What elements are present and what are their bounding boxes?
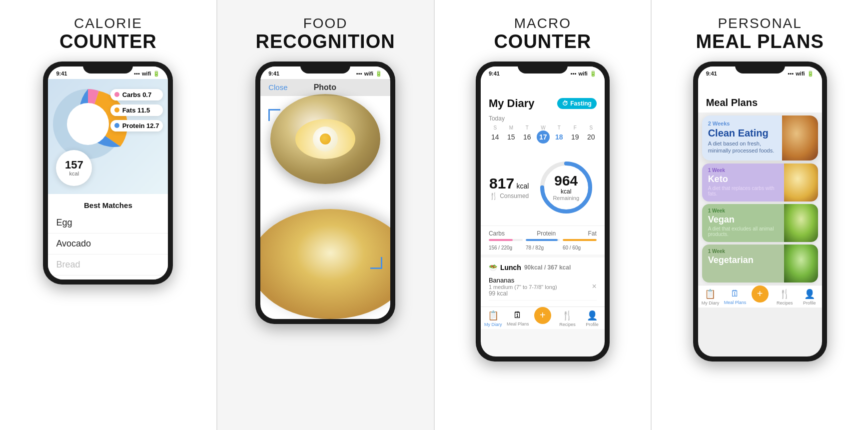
tab-bar-3: 📋 My Diary 🗓 Meal Plans + 🍴 Recipes 👤 Pr…	[481, 306, 605, 329]
diary-title-row: My Diary ⏱ Fasting	[489, 97, 597, 110]
tab-mealplans-3[interactable]: 🗓 Meal Plans	[505, 310, 530, 327]
protein-label: Protein 12.7	[122, 122, 159, 130]
cal-day-2: T 16	[521, 125, 534, 144]
banana-name: Bananas	[489, 276, 557, 284]
diary-tab-label: My Diary	[484, 322, 502, 327]
food-item-avocado[interactable]: Avocado	[48, 234, 168, 254]
phone-notch-3	[518, 62, 568, 74]
food-item-bread[interactable]: Bread	[48, 254, 168, 276]
fats-label: Fats 11.5	[122, 106, 150, 114]
lunch-section: 🥗 Lunch 90kcal / 367 kcal Bananas 1 medi…	[481, 258, 605, 306]
lunch-emoji: 🥗	[489, 264, 497, 272]
phone-frame-4: 9:41 ▪▪▪ wifi 🔋 Meal Plans 2 Weeks Clean…	[693, 62, 827, 362]
food-recognition-panel: FOOD RECOGNITION 9:41 ▪▪▪ wifi 🔋 Close P…	[217, 0, 434, 430]
egg-visual	[295, 119, 355, 159]
protein-fill	[526, 239, 558, 241]
food-image-top	[260, 94, 390, 184]
legend-protein: Protein 12.7	[110, 120, 163, 132]
clean-name: Clean Eating	[708, 128, 776, 139]
protein-track: 78 / 82g	[526, 239, 560, 250]
vegan-card[interactable]: 1 Week Vegan A diet that excludes all an…	[702, 204, 818, 242]
diary-title: My Diary	[489, 97, 535, 110]
chart-legend: Carbs 0.7 Fats 11.5 Protein 12.7	[110, 89, 163, 132]
vegetarian-card[interactable]: 1 Week Vegetarian	[702, 244, 818, 282]
close-btn[interactable]: Close	[268, 83, 287, 92]
tab-recipes-4[interactable]: 🍴 Recipes	[772, 288, 797, 306]
cal-day-6: S 20	[585, 125, 598, 144]
legend-carbs: Carbs 0.7	[110, 89, 163, 100]
tab-add-4[interactable]: +	[748, 288, 773, 306]
tab-diary-3[interactable]: 📋 My Diary	[481, 310, 506, 327]
status-icons-2: ▪▪▪ wifi 🔋	[356, 70, 382, 77]
protein-dot	[114, 123, 119, 128]
signal-3: ▪▪▪	[571, 70, 577, 76]
food-list: Best Matches Egg Avocado Bread	[48, 194, 168, 280]
kcal-unit: kcal	[69, 170, 79, 176]
calendar-row: S 14 M 15 T 16 W 17	[489, 125, 597, 144]
fat-fill	[563, 239, 597, 241]
keto-week-label: 1 Week	[708, 168, 778, 173]
tab-profile-3[interactable]: 👤 Profile	[580, 310, 605, 327]
consumed-unit: kcal	[517, 182, 529, 190]
banana-kcal: 99 kcal	[489, 290, 557, 297]
diary-tab-icon-4: 📋	[705, 288, 716, 300]
tab-diary-4[interactable]: 📋 My Diary	[698, 288, 723, 306]
cal-day-1: M 15	[505, 125, 518, 144]
food-item-egg[interactable]: Egg	[48, 212, 168, 234]
remove-icon[interactable]: ×	[592, 282, 597, 291]
panel4-title-light: PERSONAL	[718, 16, 802, 32]
clean-week-label: 2 Weeks	[708, 120, 776, 126]
keto-name: Keto	[708, 174, 778, 184]
fasting-icon: ⏱	[562, 100, 568, 107]
tab-profile-4[interactable]: 👤 Profile	[797, 288, 822, 306]
status-icons-4: ▪▪▪ wifi 🔋	[788, 70, 814, 77]
photo-title: Photo	[314, 83, 336, 92]
clean-eating-card[interactable]: 2 Weeks Clean Eating A diet based on fre…	[702, 116, 818, 160]
phone-screen-3: 9:41 ▪▪▪ wifi 🔋 My Diary ⏱ Fasting Today	[481, 66, 605, 356]
phone-frame-1: 9:41 ▪▪▪ wifi 🔋	[43, 62, 173, 284]
fasting-badge[interactable]: ⏱ Fasting	[557, 98, 597, 109]
tab-mealplans-4[interactable]: 🗓 Meal Plans	[723, 288, 748, 306]
legend-fats: Fats 11.5	[110, 104, 163, 116]
veg-week-label: 1 Week	[708, 248, 778, 254]
lunch-header: 🥗 Lunch 90kcal / 367 kcal	[489, 264, 597, 272]
fasting-label: Fasting	[570, 100, 592, 107]
phone-notch-2	[300, 62, 350, 74]
status-icons-1: ▪▪▪ wifi 🔋	[134, 70, 160, 77]
recipes-tab-icon-4: 🍴	[779, 288, 790, 300]
profile-tab-icon-4: 👤	[804, 288, 815, 300]
banana-desc: 1 medium (7" to 7-7/8" long)	[489, 284, 557, 290]
banana-item[interactable]: Bananas 1 medium (7" to 7-7/8" long) 99 …	[489, 274, 597, 300]
keto-card[interactable]: 1 Week Keto A diet that replaces carbs w…	[702, 164, 818, 202]
banana-info: Bananas 1 medium (7" to 7-7/8" long) 99 …	[489, 276, 557, 297]
ring-center: 964 kcal Remaining	[553, 174, 579, 201]
add-button-4[interactable]: +	[752, 286, 769, 302]
phone-frame-2: 9:41 ▪▪▪ wifi 🔋 Close Photo	[255, 62, 395, 324]
egg-yolk	[320, 134, 331, 144]
panel3-title-bold: COUNTER	[494, 32, 591, 52]
photo-area: Close Photo	[260, 79, 390, 319]
recipes-tab-icon: 🍴	[562, 310, 573, 321]
cal-day-5: F 19	[569, 125, 582, 144]
panel4-title-bold: MEAL PLANS	[696, 32, 824, 52]
kcal-badge: 157 kcal	[56, 150, 92, 186]
status-icons-3: ▪▪▪ wifi 🔋	[571, 70, 597, 77]
cal-day-3[interactable]: W 17	[537, 125, 550, 144]
diary-tab-icon: 📋	[488, 310, 499, 321]
tab-add-3[interactable]: +	[530, 310, 555, 327]
battery-icon-2: 🔋	[375, 70, 382, 77]
add-button-3[interactable]: +	[534, 307, 551, 324]
tab-recipes-3[interactable]: 🍴 Recipes	[555, 310, 580, 327]
macro-area: 817 kcal 🍴 Consumed 964	[481, 150, 605, 226]
spacer	[362, 83, 382, 92]
tab-bar-4: 📋 My Diary 🗓 Meal Plans + 🍴 Recipes 👤 Pr…	[698, 285, 822, 308]
remaining-label: Remaining	[553, 195, 579, 201]
batt-3: 🔋	[590, 70, 597, 77]
clean-eating-image	[782, 116, 818, 160]
meal-plans-panel: PERSONAL MEAL PLANS 9:41 ▪▪▪ wifi 🔋 Meal…	[652, 0, 868, 430]
mealplans-tab-label-4: Meal Plans	[724, 300, 747, 305]
time-2: 9:41	[268, 70, 279, 76]
carbs-label: Carbs 0.7	[122, 91, 152, 98]
vegan-desc: A diet that excludes all animal products…	[708, 226, 778, 237]
vegan-image	[784, 204, 818, 242]
